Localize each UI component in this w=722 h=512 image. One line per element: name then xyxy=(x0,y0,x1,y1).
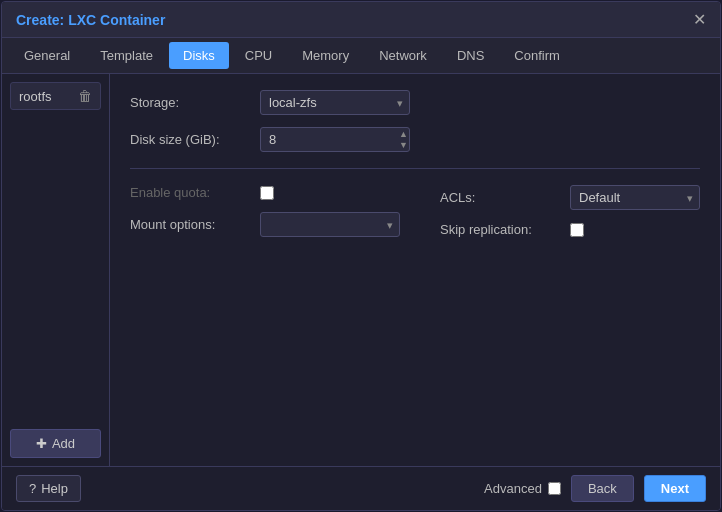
storage-row: Storage: local-zfs xyxy=(130,90,700,115)
back-button[interactable]: Back xyxy=(571,475,634,502)
dialog-title: Create: LXC Container xyxy=(16,12,165,28)
disk-settings-panel: Storage: local-zfs Disk size (GiB): ▲ ▼ xyxy=(110,74,720,466)
tab-dns[interactable]: DNS xyxy=(443,42,498,69)
divider xyxy=(130,168,700,169)
storage-label: Storage: xyxy=(130,95,250,110)
skip-replication-label: Skip replication: xyxy=(440,222,560,237)
tab-disks[interactable]: Disks xyxy=(169,42,229,69)
add-icon: ✚ xyxy=(36,436,47,451)
advanced-label: Advanced xyxy=(484,481,542,496)
skip-replication-checkbox[interactable] xyxy=(570,223,584,237)
enable-quota-checkbox[interactable] xyxy=(260,186,274,200)
spinner-arrows: ▲ ▼ xyxy=(399,127,408,152)
create-lxc-dialog: Create: LXC Container ✕ General Template… xyxy=(1,1,721,511)
disk-size-spinner: ▲ ▼ xyxy=(260,127,410,152)
mount-options-select[interactable] xyxy=(260,212,400,237)
spinner-up[interactable]: ▲ xyxy=(399,129,408,140)
title-bar: Create: LXC Container ✕ xyxy=(2,2,720,38)
footer-right: Advanced Back Next xyxy=(484,475,706,502)
acls-select-wrapper: Default xyxy=(570,185,700,210)
mount-options-label: Mount options: xyxy=(130,217,250,232)
enable-quota-label: Enable quota: xyxy=(130,185,250,200)
storage-select-wrapper: local-zfs xyxy=(260,90,410,115)
right-options-col: ACLs: Default Skip replication: xyxy=(440,185,700,237)
content-area: rootfs 🗑 ✚ Add Storage: local-zfs xyxy=(2,74,720,466)
advanced-wrap: Advanced xyxy=(484,481,561,496)
mount-options-select-wrapper xyxy=(260,212,400,237)
acls-row: ACLs: Default xyxy=(440,185,700,210)
disk-item-label: rootfs xyxy=(19,89,52,104)
enable-quota-checkbox-wrap xyxy=(260,186,274,200)
disk-size-input[interactable] xyxy=(260,127,410,152)
skip-replication-checkbox-wrap xyxy=(570,223,584,237)
storage-select[interactable]: local-zfs xyxy=(260,90,410,115)
help-icon: ? xyxy=(29,481,36,496)
tab-general[interactable]: General xyxy=(10,42,84,69)
help-label: Help xyxy=(41,481,68,496)
disk-size-label: Disk size (GiB): xyxy=(130,132,250,147)
left-options-col: Enable quota: Mount options: xyxy=(130,185,400,237)
acls-select[interactable]: Default xyxy=(570,185,700,210)
disk-size-row: Disk size (GiB): ▲ ▼ xyxy=(130,127,700,152)
mount-options-row: Mount options: xyxy=(130,212,400,237)
tab-memory[interactable]: Memory xyxy=(288,42,363,69)
acls-label: ACLs: xyxy=(440,190,560,205)
skip-replication-row: Skip replication: xyxy=(440,222,700,237)
dialog-footer: ? Help Advanced Back Next xyxy=(2,466,720,510)
disk-item-rootfs[interactable]: rootfs 🗑 xyxy=(10,82,101,110)
spinner-down[interactable]: ▼ xyxy=(399,140,408,151)
disk-list: rootfs 🗑 xyxy=(10,82,101,429)
close-button[interactable]: ✕ xyxy=(693,10,706,29)
add-disk-button[interactable]: ✚ Add xyxy=(10,429,101,458)
tab-bar: General Template Disks CPU Memory Networ… xyxy=(2,38,720,74)
help-button[interactable]: ? Help xyxy=(16,475,81,502)
add-label: Add xyxy=(52,436,75,451)
tab-cpu[interactable]: CPU xyxy=(231,42,286,69)
delete-disk-icon[interactable]: 🗑 xyxy=(78,88,92,104)
tab-confirm[interactable]: Confirm xyxy=(500,42,574,69)
next-button[interactable]: Next xyxy=(644,475,706,502)
tab-network[interactable]: Network xyxy=(365,42,441,69)
advanced-checkbox[interactable] xyxy=(548,482,561,495)
disk-sidebar: rootfs 🗑 ✚ Add xyxy=(2,74,110,466)
options-two-col: Enable quota: Mount options: xyxy=(130,185,700,237)
tab-template[interactable]: Template xyxy=(86,42,167,69)
enable-quota-row: Enable quota: xyxy=(130,185,400,200)
